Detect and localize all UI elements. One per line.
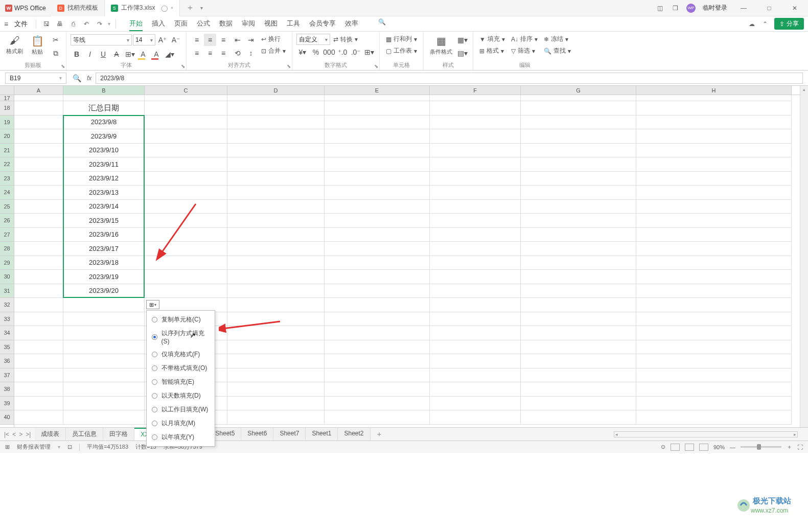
align-center-icon[interactable]: ≡ xyxy=(204,47,216,59)
cell-A17[interactable] xyxy=(14,95,63,101)
cell-H27[interactable] xyxy=(636,228,792,242)
col-header-B[interactable]: B xyxy=(63,86,145,95)
paste-button[interactable]: 📋 粘贴 xyxy=(27,34,48,57)
cell-C21[interactable] xyxy=(145,144,227,158)
cell-D24[interactable] xyxy=(227,186,325,200)
cell-A19[interactable] xyxy=(14,115,63,130)
align-launcher[interactable]: ⬊ xyxy=(287,63,291,69)
cell-E31[interactable] xyxy=(325,284,430,298)
cell-D37[interactable] xyxy=(227,368,325,383)
cell-F22[interactable] xyxy=(430,157,521,172)
cell-A22[interactable] xyxy=(14,157,63,172)
cell-D33[interactable] xyxy=(227,312,325,327)
cell-D19[interactable] xyxy=(227,115,325,130)
cell-A36[interactable] xyxy=(14,354,63,368)
cell-G31[interactable] xyxy=(521,284,636,298)
filter-button[interactable]: ▽筛选▾ xyxy=(509,45,540,56)
autofill-option-5[interactable]: 以天数填充(D) xyxy=(147,389,215,403)
sheet-first-icon[interactable]: |< xyxy=(4,431,9,438)
spreadsheet-grid[interactable]: 1718192021222324252627282930313233343536… xyxy=(0,86,808,427)
cell-D36[interactable] xyxy=(227,354,325,368)
fx-label[interactable]: fx xyxy=(87,75,91,82)
status-doc-label[interactable]: 财务报表管理 xyxy=(17,443,51,451)
cell-B30[interactable]: 2023/9/19 xyxy=(63,270,145,284)
autofill-options-button[interactable]: ⊞▾ xyxy=(146,300,159,309)
cell-D18[interactable] xyxy=(227,101,325,115)
col-header-H[interactable]: H xyxy=(636,86,792,95)
cloud-icon[interactable]: ☁ xyxy=(748,20,756,28)
highlight-icon[interactable]: ◢▾ xyxy=(164,48,176,60)
new-tab-dropdown[interactable]: ▾ xyxy=(200,5,203,11)
row-header-39[interactable]: 39 xyxy=(0,397,14,411)
cell-F35[interactable] xyxy=(430,340,521,355)
text-dir-icon[interactable]: ↕ xyxy=(245,47,257,59)
col-header-E[interactable]: E xyxy=(325,86,430,95)
col-header-C[interactable]: C xyxy=(145,86,227,95)
status-grid-icon[interactable]: ⊡ xyxy=(67,444,72,450)
row-header-37[interactable]: 37 xyxy=(0,368,14,383)
cell-A25[interactable] xyxy=(14,200,63,214)
cell-H19[interactable] xyxy=(636,115,792,130)
cell-E29[interactable] xyxy=(325,256,430,270)
row-header-21[interactable]: 21 xyxy=(0,144,14,158)
cell-B24[interactable]: 2023/9/13 xyxy=(63,186,145,200)
cell-B35[interactable] xyxy=(63,340,145,355)
cell-F29[interactable] xyxy=(430,256,521,270)
cell-G28[interactable] xyxy=(521,242,636,256)
cell-H31[interactable] xyxy=(636,284,792,298)
cell-A20[interactable] xyxy=(14,129,63,144)
cell-B26[interactable]: 2023/9/15 xyxy=(63,214,145,228)
fill-button[interactable]: ▼填充▾ xyxy=(477,34,507,44)
cell-B37[interactable] xyxy=(63,368,145,383)
cell-D31[interactable] xyxy=(227,284,325,298)
print-icon[interactable]: 🖶 xyxy=(55,19,65,29)
format-painter-button[interactable]: 🖌 格式刷 xyxy=(4,34,25,56)
sheet-button[interactable]: ▢工作表▾ xyxy=(384,45,419,56)
cell-C31[interactable] xyxy=(145,284,227,298)
align-left-icon[interactable]: ≡ xyxy=(191,47,203,59)
sheet-tab-8[interactable]: Sheet1 xyxy=(306,428,338,441)
cell-G27[interactable] xyxy=(521,228,636,242)
cell-D23[interactable] xyxy=(227,172,325,186)
tab-formula[interactable]: 公式 xyxy=(197,17,210,31)
cell-F20[interactable] xyxy=(430,129,521,144)
cell-H28[interactable] xyxy=(636,242,792,256)
cell-F38[interactable] xyxy=(430,382,521,397)
cell-B23[interactable]: 2023/9/12 xyxy=(63,172,145,186)
cell-E27[interactable] xyxy=(325,228,430,242)
cell-F18[interactable] xyxy=(430,101,521,115)
cell-G35[interactable] xyxy=(521,340,636,355)
cell-F34[interactable] xyxy=(430,326,521,340)
cell-H36[interactable] xyxy=(636,354,792,368)
cell-G22[interactable] xyxy=(521,157,636,172)
decrease-indent-icon[interactable]: ⇤ xyxy=(232,34,244,46)
minimize-button[interactable]: — xyxy=(734,0,753,16)
cell-H33[interactable] xyxy=(636,312,792,327)
cell-A39[interactable] xyxy=(14,397,63,411)
row-header-28[interactable]: 28 xyxy=(0,242,14,256)
cell-B20[interactable]: 2023/9/9 xyxy=(63,129,145,144)
row-header-27[interactable]: 27 xyxy=(0,228,14,242)
cell-H22[interactable] xyxy=(636,157,792,172)
cell-G18[interactable] xyxy=(521,101,636,115)
cell-H35[interactable] xyxy=(636,340,792,355)
cell-G25[interactable] xyxy=(521,200,636,214)
cell-H23[interactable] xyxy=(636,172,792,186)
cell-G17[interactable] xyxy=(521,95,636,101)
name-box[interactable]: B19 ▾ xyxy=(5,73,66,84)
comma-icon[interactable]: 000 xyxy=(323,46,335,58)
cell-A38[interactable] xyxy=(14,382,63,397)
cell-C24[interactable] xyxy=(145,186,227,200)
cell-B17[interactable] xyxy=(63,95,145,101)
cell-H40[interactable] xyxy=(636,410,792,425)
cell-B34[interactable] xyxy=(63,326,145,340)
zoom-slider[interactable] xyxy=(741,446,781,448)
cell-G19[interactable] xyxy=(521,115,636,130)
collapse-ribbon-icon[interactable]: ⌃ xyxy=(761,20,769,28)
search-icon[interactable]: 🔍 xyxy=(377,17,387,27)
cell-B33[interactable] xyxy=(63,312,145,327)
sheet-prev-icon[interactable]: < xyxy=(12,431,16,438)
status-doc-icon[interactable]: ⊞ xyxy=(5,444,10,450)
cell-C18[interactable] xyxy=(145,101,227,115)
cell-H25[interactable] xyxy=(636,200,792,214)
